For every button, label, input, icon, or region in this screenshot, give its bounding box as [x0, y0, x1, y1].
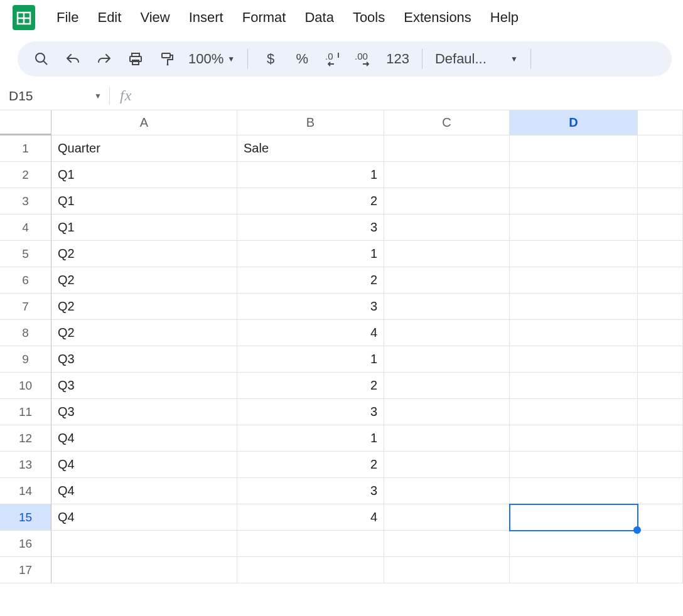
cell[interactable]: 4 [237, 504, 384, 531]
column-header[interactable]: D [510, 110, 638, 135]
row-header[interactable]: 2 [0, 162, 51, 188]
cell[interactable]: Q1 [51, 215, 237, 241]
cell[interactable] [510, 373, 638, 399]
zoom-dropdown[interactable]: 100% ▼ [186, 51, 237, 67]
menu-edit[interactable]: Edit [89, 6, 130, 29]
cell[interactable] [638, 215, 683, 241]
cell[interactable]: 2 [237, 452, 384, 478]
format-percent-button[interactable]: % [289, 46, 315, 72]
cell[interactable]: Q2 [51, 241, 237, 267]
cell[interactable] [384, 373, 510, 399]
cell[interactable] [638, 557, 683, 583]
undo-button[interactable] [60, 46, 85, 72]
cell[interactable] [384, 188, 510, 215]
increase-decimal-button[interactable]: .00 [352, 46, 377, 72]
cell[interactable] [510, 504, 638, 531]
row-header[interactable]: 1 [0, 135, 51, 162]
cell[interactable]: 2 [237, 188, 384, 215]
row-header[interactable]: 15 [0, 504, 51, 531]
cell[interactable]: Q1 [51, 162, 237, 188]
cell[interactable]: 3 [237, 399, 384, 425]
cell[interactable]: Q4 [51, 504, 237, 531]
cell[interactable] [384, 399, 510, 425]
spreadsheet-grid[interactable]: ABCD1QuarterSale2Q113Q124Q135Q216Q227Q23… [0, 110, 683, 583]
sheets-logo[interactable] [10, 4, 38, 31]
cell[interactable] [384, 320, 510, 346]
cell[interactable] [384, 504, 510, 531]
decrease-decimal-button[interactable]: .0 [321, 46, 346, 72]
menu-data[interactable]: Data [296, 6, 342, 29]
menu-format[interactable]: Format [234, 6, 295, 29]
cell[interactable] [638, 346, 683, 373]
cell[interactable] [638, 267, 683, 294]
menu-file[interactable]: File [48, 6, 87, 29]
row-header[interactable]: 7 [0, 294, 51, 320]
cell[interactable] [638, 531, 683, 557]
row-header[interactable]: 11 [0, 399, 51, 425]
cell[interactable] [638, 241, 683, 267]
format-currency-button[interactable]: $ [258, 46, 283, 72]
cell[interactable] [237, 531, 384, 557]
cell[interactable] [510, 294, 638, 320]
row-header[interactable]: 5 [0, 241, 51, 267]
cell[interactable]: Sale [237, 135, 384, 162]
cell[interactable] [510, 452, 638, 478]
cell[interactable]: 1 [237, 346, 384, 373]
cell[interactable] [237, 557, 384, 583]
cell[interactable]: 2 [237, 267, 384, 294]
menu-insert[interactable]: Insert [180, 6, 232, 29]
cell[interactable] [510, 267, 638, 294]
column-header[interactable] [638, 110, 683, 135]
menu-tools[interactable]: Tools [344, 6, 394, 29]
cell[interactable]: Q3 [51, 399, 237, 425]
row-header[interactable]: 12 [0, 425, 51, 452]
cell[interactable]: Q2 [51, 294, 237, 320]
cell[interactable] [384, 162, 510, 188]
cell[interactable] [638, 399, 683, 425]
cell[interactable] [638, 135, 683, 162]
cell[interactable]: Q3 [51, 346, 237, 373]
cell[interactable] [51, 557, 237, 583]
cell[interactable]: 3 [237, 215, 384, 241]
cell[interactable] [510, 399, 638, 425]
cell[interactable]: Q2 [51, 320, 237, 346]
cell[interactable]: 1 [237, 425, 384, 452]
row-header[interactable]: 3 [0, 188, 51, 215]
redo-button[interactable] [92, 46, 117, 72]
cell[interactable] [384, 425, 510, 452]
cell[interactable] [384, 267, 510, 294]
cell[interactable] [638, 425, 683, 452]
cell[interactable] [638, 504, 683, 531]
name-box[interactable]: D15 ▼ [9, 88, 109, 104]
row-header[interactable]: 10 [0, 373, 51, 399]
cell[interactable] [638, 320, 683, 346]
cell[interactable]: Quarter [51, 135, 237, 162]
cell[interactable]: Q1 [51, 188, 237, 215]
cell[interactable] [638, 373, 683, 399]
column-header[interactable]: B [237, 110, 384, 135]
row-header[interactable]: 4 [0, 215, 51, 241]
column-header[interactable]: C [384, 110, 510, 135]
cell[interactable] [638, 452, 683, 478]
cell[interactable] [384, 294, 510, 320]
cell[interactable]: Q2 [51, 267, 237, 294]
cell[interactable] [510, 188, 638, 215]
cell[interactable] [638, 478, 683, 504]
row-header[interactable]: 6 [0, 267, 51, 294]
cell[interactable] [638, 162, 683, 188]
row-header[interactable]: 9 [0, 346, 51, 373]
cell[interactable] [510, 478, 638, 504]
cell[interactable] [510, 241, 638, 267]
menu-extensions[interactable]: Extensions [395, 6, 480, 29]
cell[interactable]: Q3 [51, 373, 237, 399]
cell[interactable] [384, 557, 510, 583]
cell[interactable]: 2 [237, 373, 384, 399]
cell[interactable] [384, 241, 510, 267]
cell[interactable]: Q4 [51, 425, 237, 452]
cell[interactable] [510, 531, 638, 557]
cell[interactable] [510, 135, 638, 162]
cell[interactable] [638, 294, 683, 320]
cell[interactable] [384, 215, 510, 241]
row-header[interactable]: 16 [0, 531, 51, 557]
column-header[interactable]: A [51, 110, 237, 135]
